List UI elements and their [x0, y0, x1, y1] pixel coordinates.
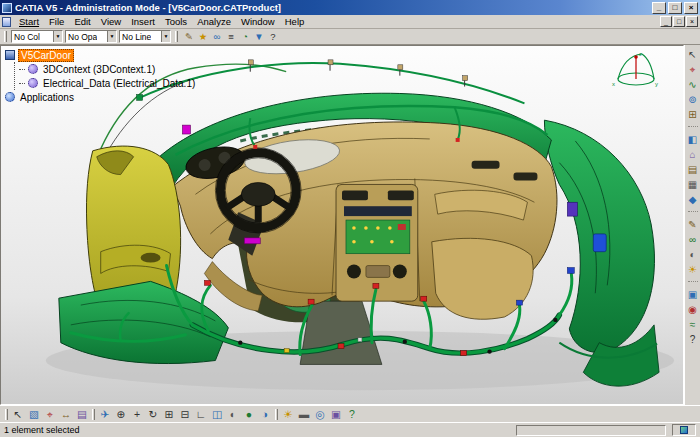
3d-viewport[interactable]: V5CarDoor 3DContext (3DContext.1) Electr…	[0, 45, 684, 405]
headlight-icon[interactable]: ☀	[280, 407, 296, 422]
axis-target-icon[interactable]: ⌖	[42, 407, 58, 422]
document-icon	[2, 17, 11, 27]
list-icon[interactable]: ≡	[224, 30, 238, 43]
sun-icon[interactable]: ☀	[686, 263, 700, 277]
part-cube-icon[interactable]: ▧	[26, 407, 42, 422]
hide-show-icon[interactable]: ◑	[257, 407, 273, 422]
command-field[interactable]	[516, 425, 666, 436]
globe-icon[interactable]: ◔	[238, 30, 252, 43]
tree-node-electrical-data[interactable]: Electrical_Data (Electrical_Data.1)	[41, 78, 197, 89]
rotate-icon[interactable]: ↻	[145, 407, 161, 422]
help-icon[interactable]: ?	[266, 30, 280, 43]
fly-mode-icon[interactable]: ✈	[97, 407, 113, 422]
depth-effect-icon[interactable]: ▣	[328, 407, 344, 422]
mdi-close-button[interactable]: ×	[686, 16, 698, 27]
help-icon[interactable]: ?	[686, 333, 700, 347]
combo-no-col[interactable]: No Col▼	[11, 30, 63, 43]
fit-all-icon[interactable]: ⊕	[113, 407, 129, 422]
select-arrow-icon[interactable]: ↖	[686, 48, 700, 62]
tree-row: Electrical_Data (Electrical_Data.1)	[19, 76, 197, 90]
wizard-star-icon[interactable]: ★	[196, 30, 210, 43]
measure-icon[interactable]: ↔	[58, 407, 74, 422]
menu-item-tools[interactable]: Tools	[160, 16, 192, 27]
magenta-connector[interactable]	[182, 125, 190, 134]
chevron-down-icon[interactable]: ▼	[161, 31, 170, 42]
pan-icon[interactable]: +	[129, 407, 145, 422]
menu-item-file[interactable]: File	[44, 16, 69, 27]
select-arrow-icon[interactable]: ↖	[10, 407, 26, 422]
product-icon	[5, 50, 15, 60]
statusbar: 1 element selected	[0, 422, 700, 437]
menu-item-start[interactable]: Start	[14, 16, 44, 27]
titlebar: CATIA V5 - Administration Mode - [V5CarD…	[0, 0, 700, 15]
multi-view-icon[interactable]: ◫	[209, 407, 225, 422]
mdi-minimize-button[interactable]: _	[660, 16, 672, 27]
electrical-gear-icon	[28, 78, 38, 88]
shading-icon[interactable]: ●	[241, 407, 257, 422]
toolbar-handle[interactable]	[175, 31, 178, 42]
link-icon[interactable]: ∞	[210, 30, 224, 43]
combo-no-opa[interactable]: No Opa▼	[65, 30, 117, 43]
power-input-box[interactable]	[672, 424, 696, 436]
help-icon[interactable]: ?	[344, 407, 360, 422]
menu-item-window[interactable]: Window	[236, 16, 280, 27]
magnifier-icon[interactable]: ◎	[312, 407, 328, 422]
workspace: V5CarDoor 3DContext (3DContext.1) Electr…	[0, 45, 700, 405]
maximize-button[interactable]: □	[668, 2, 682, 14]
combo-no-line[interactable]: No Line▼	[119, 30, 171, 43]
power-input-icon	[680, 426, 688, 434]
toolbar-handle[interactable]	[92, 409, 95, 420]
frame-icon[interactable]: ▣	[686, 288, 700, 302]
painter-icon[interactable]: ✎	[182, 30, 196, 43]
tree-node-root[interactable]: V5CarDoor	[18, 49, 74, 62]
panel-icon[interactable]: ◧	[686, 133, 700, 147]
minimize-button[interactable]: _	[652, 2, 666, 14]
target-icon[interactable]: ⌖	[686, 63, 700, 77]
toolbar-separator	[688, 281, 698, 287]
filter-icon[interactable]: ▼	[252, 30, 266, 43]
toolbar-handle[interactable]	[4, 31, 7, 42]
toolbar-icons: ✎★∞≡◔▼?	[182, 30, 280, 43]
circle-icon[interactable]: ◉	[686, 303, 700, 317]
tree-node-3dcontext[interactable]: 3DContext (3DContext.1)	[41, 64, 157, 75]
bundle-icon[interactable]: ⊚	[686, 93, 700, 107]
menu-item-help[interactable]: Help	[280, 16, 310, 27]
menu-item-analyze[interactable]: Analyze	[192, 16, 236, 27]
ground-icon[interactable]: ▬	[296, 407, 312, 422]
right-toolbar: ↖⌖∿⊚⊞◧⌂▤▦◆✎∞◐☀▣◉≈?	[684, 45, 700, 405]
mdi-restore-button[interactable]: □	[673, 16, 685, 27]
toolbar-handle[interactable]	[5, 409, 8, 420]
infinity-icon[interactable]: ∞	[686, 233, 700, 247]
normal-view-icon[interactable]: ∟	[193, 407, 209, 422]
zoom-out-icon[interactable]: ⊟	[177, 407, 193, 422]
menu-item-insert[interactable]: Insert	[126, 16, 160, 27]
zoom-in-icon[interactable]: ⊞	[161, 407, 177, 422]
wave-icon[interactable]: ≈	[686, 318, 700, 332]
magenta-bar[interactable]	[244, 238, 260, 244]
combo-value: No Line	[122, 32, 151, 42]
tree-node-applications[interactable]: Applications	[18, 92, 76, 103]
catalog-icon[interactable]: ▤	[686, 163, 700, 177]
grid-icon[interactable]: ▦	[686, 178, 700, 192]
purple-component[interactable]	[567, 202, 577, 216]
pencil-icon[interactable]: ✎	[686, 218, 700, 232]
contrast-icon[interactable]: ◐	[686, 248, 700, 262]
diamond-icon[interactable]: ◆	[686, 193, 700, 207]
menu-item-edit[interactable]: Edit	[69, 16, 95, 27]
tree-row-applications: Applications	[5, 90, 197, 104]
chevron-down-icon[interactable]: ▼	[107, 31, 116, 42]
home-icon[interactable]: ⌂	[686, 148, 700, 162]
catalog-icon[interactable]: ▤	[74, 407, 90, 422]
close-button[interactable]: ×	[684, 2, 698, 14]
wire-route-icon[interactable]: ∿	[686, 78, 700, 92]
support-icon[interactable]: ⊞	[686, 108, 700, 122]
blue-connector[interactable]	[593, 234, 606, 252]
render-style-icon[interactable]: ◐	[225, 407, 241, 422]
chevron-down-icon[interactable]: ▼	[53, 31, 62, 42]
applications-gear-icon	[5, 92, 15, 102]
svg-text:y: y	[655, 81, 658, 87]
toolbar-handle[interactable]	[275, 409, 278, 420]
menu-item-view[interactable]: View	[96, 16, 126, 27]
compass-icon[interactable]: x y z	[609, 48, 661, 94]
svg-text:x: x	[612, 81, 615, 87]
